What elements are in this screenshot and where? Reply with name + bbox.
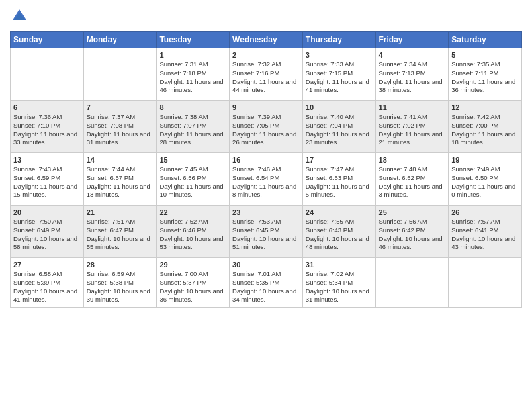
- day-number: 27: [13, 261, 81, 269]
- day-cell: 24 Sunrise: 7:55 AM Sunset: 6:43 PM Dayl…: [302, 205, 375, 258]
- day-cell: 26 Sunrise: 7:57 AM Sunset: 6:41 PM Dayl…: [449, 205, 522, 258]
- day-number: 12: [451, 103, 519, 111]
- daylight: Daylight: 11 hours and 0 minutes.: [451, 183, 515, 199]
- sunrise: Sunrise: 7:42 AM: [451, 113, 500, 120]
- day-info: Sunrise: 7:35 AM Sunset: 7:11 PM Dayligh…: [451, 60, 519, 95]
- sunrise: Sunrise: 7:53 AM: [232, 218, 281, 225]
- sunset: Sunset: 6:49 PM: [13, 226, 60, 234]
- sunrise: Sunrise: 7:55 AM: [306, 218, 354, 225]
- day-cell: 13 Sunrise: 7:43 AM Sunset: 6:59 PM Dayl…: [11, 153, 84, 205]
- day-cell: 10 Sunrise: 7:40 AM Sunset: 7:04 PM Dayl…: [302, 101, 375, 153]
- sunset: Sunset: 6:52 PM: [379, 174, 426, 181]
- day-number: 25: [379, 208, 446, 216]
- sunset: Sunset: 6:50 PM: [451, 174, 498, 181]
- sunrise: Sunrise: 7:38 AM: [159, 113, 208, 120]
- sunset: Sunset: 7:11 PM: [451, 69, 498, 77]
- day-number: 31: [306, 261, 373, 269]
- day-number: 28: [87, 261, 154, 269]
- sunset: Sunset: 7:05 PM: [232, 122, 279, 129]
- sunrise: Sunrise: 7:46 AM: [232, 165, 281, 173]
- sunset: Sunset: 5:37 PM: [159, 279, 206, 286]
- day-info: Sunrise: 7:52 AM Sunset: 6:46 PM Dayligh…: [159, 218, 226, 252]
- sunrise: Sunrise: 7:45 AM: [159, 165, 208, 173]
- day-cell: [375, 258, 449, 308]
- header-row: SundayMondayTuesdayWednesdayThursdayFrid…: [11, 32, 522, 48]
- sunrise: Sunrise: 7:50 AM: [13, 218, 62, 225]
- sunrise: Sunrise: 7:57 AM: [451, 218, 500, 225]
- day-cell: [449, 258, 522, 308]
- daylight: Daylight: 11 hours and 21 minutes.: [379, 130, 443, 146]
- daylight: Daylight: 11 hours and 36 minutes.: [451, 78, 515, 94]
- day-number: 9: [232, 103, 300, 111]
- sunrise: Sunrise: 7:32 AM: [232, 60, 281, 68]
- day-info: Sunrise: 7:31 AM Sunset: 7:18 PM Dayligh…: [159, 60, 226, 95]
- day-info: Sunrise: 7:00 AM Sunset: 5:37 PM Dayligh…: [159, 270, 226, 304]
- week-row-5: 27 Sunrise: 6:58 AM Sunset: 5:39 PM Dayl…: [11, 258, 522, 308]
- daylight: Daylight: 11 hours and 8 minutes.: [232, 183, 296, 199]
- day-cell: 25 Sunrise: 7:56 AM Sunset: 6:42 PM Dayl…: [375, 205, 449, 258]
- daylight: Daylight: 11 hours and 10 minutes.: [159, 183, 223, 199]
- day-info: Sunrise: 6:59 AM Sunset: 5:38 PM Dayligh…: [87, 270, 154, 304]
- day-cell: 15 Sunrise: 7:45 AM Sunset: 6:56 PM Dayl…: [157, 153, 230, 205]
- day-cell: 8 Sunrise: 7:38 AM Sunset: 7:07 PM Dayli…: [157, 101, 230, 153]
- sunset: Sunset: 6:56 PM: [159, 174, 206, 181]
- daylight: Daylight: 11 hours and 44 minutes.: [232, 78, 296, 94]
- day-number: 18: [379, 156, 446, 164]
- day-number: 29: [159, 261, 226, 269]
- day-cell: 17 Sunrise: 7:47 AM Sunset: 6:53 PM Dayl…: [302, 153, 375, 205]
- day-cell: 28 Sunrise: 6:59 AM Sunset: 5:38 PM Dayl…: [83, 258, 157, 308]
- week-row-3: 13 Sunrise: 7:43 AM Sunset: 6:59 PM Dayl…: [11, 153, 522, 205]
- day-cell: 12 Sunrise: 7:42 AM Sunset: 7:00 PM Dayl…: [449, 101, 522, 153]
- col-header-friday: Friday: [375, 32, 449, 48]
- sunrise: Sunrise: 7:49 AM: [451, 165, 500, 173]
- day-number: 6: [13, 103, 81, 111]
- day-cell: 29 Sunrise: 7:00 AM Sunset: 5:37 PM Dayl…: [157, 258, 230, 308]
- day-cell: 31 Sunrise: 7:02 AM Sunset: 5:34 PM Dayl…: [302, 258, 375, 308]
- sunset: Sunset: 6:59 PM: [13, 174, 60, 181]
- day-cell: 4 Sunrise: 7:34 AM Sunset: 7:13 PM Dayli…: [375, 48, 449, 101]
- daylight: Daylight: 11 hours and 23 minutes.: [306, 130, 369, 146]
- day-number: 30: [232, 261, 300, 269]
- header: [10, 7, 522, 26]
- day-number: 1: [159, 51, 226, 59]
- day-info: Sunrise: 6:58 AM Sunset: 5:39 PM Dayligh…: [13, 270, 81, 304]
- sunset: Sunset: 7:16 PM: [232, 69, 279, 77]
- daylight: Daylight: 11 hours and 26 minutes.: [232, 130, 296, 146]
- sunset: Sunset: 6:45 PM: [232, 226, 279, 234]
- sunrise: Sunrise: 7:00 AM: [159, 270, 208, 277]
- col-header-wednesday: Wednesday: [230, 32, 303, 48]
- day-info: Sunrise: 7:56 AM Sunset: 6:42 PM Dayligh…: [379, 218, 446, 252]
- daylight: Daylight: 11 hours and 18 minutes.: [451, 130, 515, 146]
- daylight: Daylight: 10 hours and 55 minutes.: [87, 235, 150, 251]
- day-cell: 3 Sunrise: 7:33 AM Sunset: 7:15 PM Dayli…: [302, 48, 375, 101]
- day-cell: 14 Sunrise: 7:44 AM Sunset: 6:57 PM Dayl…: [83, 153, 157, 205]
- sunrise: Sunrise: 7:01 AM: [232, 270, 281, 277]
- sunset: Sunset: 6:57 PM: [87, 174, 134, 181]
- sunrise: Sunrise: 7:34 AM: [379, 60, 427, 68]
- sunrise: Sunrise: 7:41 AM: [379, 113, 427, 120]
- day-number: 24: [306, 208, 373, 216]
- day-info: Sunrise: 7:02 AM Sunset: 5:34 PM Dayligh…: [306, 270, 373, 304]
- sunset: Sunset: 7:02 PM: [379, 122, 426, 129]
- daylight: Daylight: 10 hours and 31 minutes.: [306, 287, 369, 304]
- sunrise: Sunrise: 7:02 AM: [306, 270, 354, 277]
- sunrise: Sunrise: 7:44 AM: [87, 165, 135, 173]
- logo-icon: [10, 7, 29, 26]
- sunset: Sunset: 6:53 PM: [306, 174, 353, 181]
- daylight: Daylight: 11 hours and 38 minutes.: [379, 78, 443, 94]
- daylight: Daylight: 10 hours and 51 minutes.: [232, 235, 296, 251]
- daylight: Daylight: 10 hours and 58 minutes.: [13, 235, 77, 251]
- day-info: Sunrise: 7:57 AM Sunset: 6:41 PM Dayligh…: [451, 218, 519, 252]
- day-number: 14: [87, 156, 154, 164]
- sunset: Sunset: 5:38 PM: [87, 279, 134, 286]
- day-number: 10: [306, 103, 373, 111]
- calendar-table: SundayMondayTuesdayWednesdayThursdayFrid…: [10, 31, 522, 308]
- week-row-2: 6 Sunrise: 7:36 AM Sunset: 7:10 PM Dayli…: [11, 101, 522, 153]
- sunset: Sunset: 5:39 PM: [13, 279, 60, 286]
- day-info: Sunrise: 7:36 AM Sunset: 7:10 PM Dayligh…: [13, 113, 81, 147]
- day-info: Sunrise: 7:39 AM Sunset: 7:05 PM Dayligh…: [232, 113, 300, 147]
- sunset: Sunset: 7:08 PM: [87, 122, 134, 129]
- sunset: Sunset: 7:13 PM: [379, 69, 426, 77]
- week-row-1: 1 Sunrise: 7:31 AM Sunset: 7:18 PM Dayli…: [11, 48, 522, 101]
- daylight: Daylight: 11 hours and 5 minutes.: [306, 183, 369, 199]
